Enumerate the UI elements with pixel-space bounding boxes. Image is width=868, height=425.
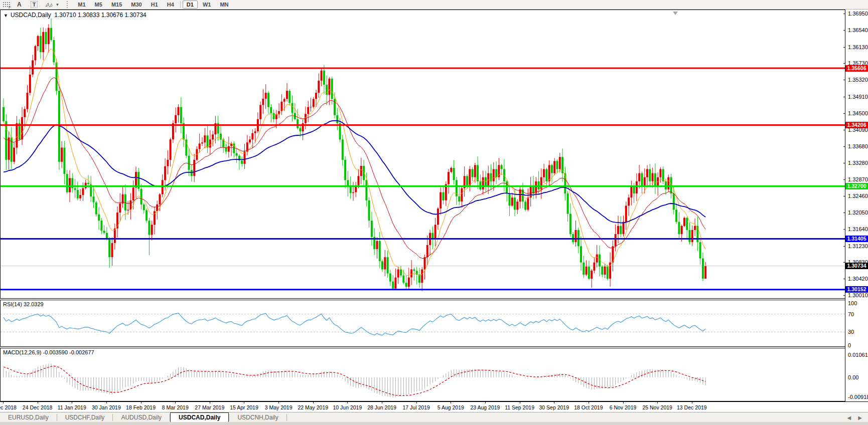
symbol-tab-EURUSD[interactable]: EURUSD,Daily — [0, 412, 57, 422]
date-tick — [106, 402, 107, 403]
date-axis-label: 8 Mar 2019 — [162, 404, 189, 410]
price-line-badge: 1.35606 — [845, 65, 868, 72]
macd-indicator-label: MACD(12,26,9) -0.003590 -0.002677 — [3, 349, 94, 355]
text-label-tool-icon[interactable]: A — [14, 1, 25, 9]
axis-tick — [843, 14, 845, 14]
current-price-badge: 1.30734 — [845, 263, 868, 269]
date-axis-label: 22 May 2019 — [298, 404, 328, 410]
price-axis-label: 1.32870 — [848, 176, 868, 182]
textbox-tool-icon[interactable]: T — [31, 1, 38, 8]
macd-axis-label: -0.009181 — [848, 394, 868, 400]
date-tick — [244, 402, 244, 403]
axis-tick — [843, 212, 845, 213]
price-axis-label: 1.32050 — [848, 209, 868, 216]
price-axis-label: 1.31230 — [848, 243, 868, 249]
main-price-panel[interactable] — [0, 10, 845, 299]
timeframe-button-MN[interactable]: MN — [216, 1, 232, 9]
axis-tick — [843, 30, 845, 31]
date-tick — [141, 402, 141, 403]
tab-divider — [286, 414, 287, 421]
date-tick — [38, 402, 38, 403]
rsi-axis-label: 70 — [848, 311, 854, 317]
axis-tick — [843, 229, 845, 230]
symbol-tab-USDCHF[interactable]: USDCHF,Daily — [57, 412, 113, 422]
macd-canvas[interactable] — [1, 348, 845, 401]
dropdown-caret-icon[interactable]: ▼ — [55, 3, 59, 7]
date-axis-label: 15 Apr 2019 — [230, 404, 258, 410]
chart-ohlc-header: ▼USDCAD,Daily 1.30710 1.30833 1.30676 1.… — [4, 12, 147, 19]
timeframe-button-M5[interactable]: M5 — [91, 1, 106, 9]
timeframe-button-M1[interactable]: M1 — [74, 1, 89, 9]
tabs-scroll-left-icon[interactable]: ◀ — [847, 415, 851, 420]
price-axis-label: 1.34500 — [848, 110, 868, 116]
symbol-tab-USDCNH[interactable]: USDCNH,Daily — [229, 412, 286, 422]
statusbar-strip — [0, 422, 868, 425]
date-axis-label: 30 Jan 2019 — [92, 404, 121, 410]
date-axis-label: 27 Mar 2019 — [195, 404, 224, 410]
symbol-tab-USDCAD[interactable]: USDCAD,Daily — [170, 412, 229, 422]
grid-f-icon[interactable]: F — [2, 1, 11, 9]
rsi-axis-label: 0 — [848, 342, 851, 348]
date-tick — [485, 402, 486, 403]
macd-panel[interactable] — [0, 348, 845, 401]
candlestick-canvas[interactable] — [1, 10, 845, 298]
date-axis-label: 23 Aug 2019 — [470, 404, 500, 410]
timeframe-button-M30[interactable]: M30 — [127, 1, 146, 9]
axis-tick — [843, 163, 845, 163]
symbol-tabbar: EURUSD,DailyUSDCHF,DailyAUDUSD,DailyUSDC… — [0, 412, 868, 422]
tabs-scroll-right-icon[interactable]: ▶ — [858, 415, 862, 420]
axis-tick — [843, 47, 845, 48]
price-axis-label: 1.36130 — [848, 44, 868, 50]
toolbar-grip-handle[interactable] — [67, 1, 70, 8]
date-axis-label: 11 Jan 2019 — [58, 404, 86, 410]
price-axis-label: 1.36950 — [848, 11, 868, 17]
date-axis[interactable]: 5 Dec 201824 Dec 201811 Jan 201930 Jan 2… — [0, 401, 868, 412]
date-axis-label: 13 Dec 2019 — [677, 404, 707, 410]
chart-symbol-label: USDCAD,Daily — [11, 12, 51, 19]
collapse-triangle-icon[interactable]: ▼ — [4, 13, 8, 18]
date-tick — [623, 402, 624, 403]
symbol-tab-AUDUSD[interactable]: AUDUSD,Daily — [113, 412, 170, 422]
arrows-tool-icon — [45, 2, 54, 8]
date-axis-label: 24 Dec 2018 — [23, 404, 53, 410]
rsi-axis-label: 100 — [848, 300, 857, 306]
date-axis-label: 3 May 2019 — [265, 404, 293, 410]
date-axis-label: 18 Feb 2019 — [126, 404, 156, 410]
axis-tick — [843, 179, 845, 180]
timeframe-button-H4[interactable]: H4 — [163, 1, 178, 9]
date-tick — [382, 402, 382, 403]
toolbar: F A T ▼ M1M5M15M30H1H4D1W1MN — [0, 0, 868, 10]
axis-tick — [843, 97, 845, 97]
date-axis-label: 25 Nov 2019 — [642, 404, 672, 410]
axis-tick — [843, 130, 845, 130]
date-axis-label: 10 Jun 2019 — [333, 404, 362, 410]
rsi-canvas[interactable] — [1, 300, 845, 346]
date-axis-label: 17 Jul 2019 — [403, 404, 430, 410]
date-axis-label: 28 Jun 2019 — [367, 404, 396, 410]
date-tick — [692, 402, 692, 403]
price-axis-label: 1.30420 — [848, 276, 868, 282]
date-axis-label: 30 Sep 2019 — [539, 404, 569, 410]
rsi-axis-label: 30 — [848, 329, 854, 335]
price-axis-label: 1.32460 — [848, 193, 868, 199]
trading-terminal: F A T ▼ M1M5M15M30H1H4D1W1MN ▼USDCAD,Dai… — [0, 0, 868, 425]
date-tick — [175, 402, 176, 403]
chart-ohlc-values: 1.30710 1.30833 1.30676 1.30734 — [54, 12, 147, 19]
price-axis[interactable]: 1.369501.365401.361301.357301.353201.349… — [845, 10, 868, 412]
date-tick — [657, 402, 658, 403]
date-tick — [210, 402, 210, 403]
axis-tick — [843, 279, 845, 279]
timeframe-button-H1[interactable]: H1 — [147, 1, 162, 9]
date-tick — [520, 402, 520, 403]
price-axis-label: 1.35320 — [848, 77, 868, 83]
arrows-tool-button[interactable]: ▼ — [44, 1, 60, 9]
date-tick — [347, 402, 348, 403]
timeframe-button-W1[interactable]: W1 — [199, 1, 215, 9]
date-axis-label: 11 Sep 2019 — [505, 404, 534, 410]
date-axis-label: 6 Nov 2019 — [610, 404, 637, 410]
timeframe-button-M15[interactable]: M15 — [107, 1, 126, 9]
price-axis-label: 1.33680 — [848, 143, 868, 149]
macd-axis-label: 0.00 — [848, 374, 858, 380]
timeframe-button-D1[interactable]: D1 — [183, 1, 198, 9]
rsi-panel[interactable] — [0, 300, 845, 347]
